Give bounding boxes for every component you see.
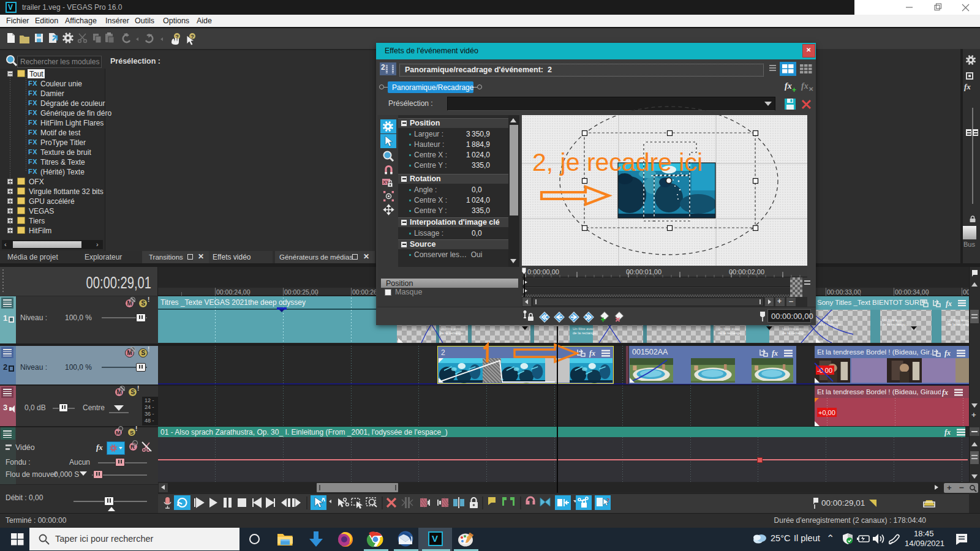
svg-text:fx: fx xyxy=(944,428,951,437)
svg-text:fx: fx xyxy=(944,349,951,358)
svg-text:?: ? xyxy=(606,497,610,503)
svg-text:fx: fx xyxy=(946,299,952,308)
svg-text:fx: fx xyxy=(589,349,595,358)
svg-text:fx: fx xyxy=(772,349,778,358)
svg-text:fx: fx xyxy=(942,388,948,397)
